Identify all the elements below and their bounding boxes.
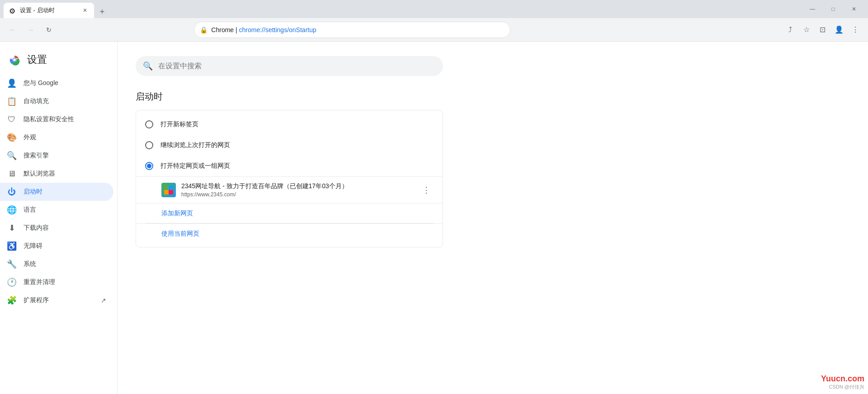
url-scheme: chrome://settings/	[239, 26, 289, 33]
sidebar-item-startup[interactable]: ⏻启动时	[0, 183, 113, 201]
toolbar-actions: ⤴ ☆ ⊡ 👤 ⋮	[783, 23, 863, 37]
google-icon: 👤	[7, 79, 16, 88]
autofill-icon: 📋	[7, 97, 16, 106]
sidebar-item-autofill[interactable]: 📋自动填充	[0, 92, 113, 110]
close-button[interactable]: ✕	[844, 2, 864, 16]
forward-button[interactable]: →	[24, 23, 38, 37]
watermark-sub: CSDN @付佳兴	[821, 384, 864, 390]
search-bar-wrap: 🔍	[136, 56, 850, 76]
tab-favicon: ⚙	[9, 7, 16, 14]
search-icon: 🔍	[143, 61, 153, 71]
lock-icon: 🔒	[200, 26, 208, 33]
use-current-section: 使用当前网页	[136, 223, 443, 243]
option-continue[interactable]: 继续浏览上次打开的网页	[136, 135, 443, 156]
sidebar-item-privacy[interactable]: 🛡隐私设置和安全性	[0, 110, 113, 128]
sidebar-item-search[interactable]: 🔍搜索引擎	[0, 147, 113, 165]
url-bar[interactable]: 🔒 Chrome | chrome://settings/onStartup	[194, 22, 510, 38]
bookmark-button[interactable]: ☆	[799, 23, 814, 37]
svg-rect-5	[164, 185, 169, 190]
option-specific-label: 打开特定网页或一组网页	[160, 162, 230, 170]
tab-title: 设置 - 启动时	[20, 6, 78, 14]
search-icon: 🔍	[7, 151, 16, 160]
search-bar: 🔍	[136, 56, 443, 76]
default-browser-icon: 🖥	[7, 169, 16, 178]
radio-new-tab[interactable]	[145, 120, 153, 128]
option-specific[interactable]: 打开特定网页或一组网页	[136, 156, 443, 176]
sidebar-item-accessibility[interactable]: ♿无障碍	[0, 237, 113, 255]
back-button[interactable]: ←	[5, 23, 20, 37]
option-new-tab-label: 打开新标签页	[160, 120, 198, 128]
profile-button[interactable]: 👤	[832, 23, 846, 37]
chrome-logo	[7, 52, 22, 67]
sidebar-label-extensions: 扩展程序	[24, 296, 94, 304]
sidebar-nav: 👤您与 Google📋自动填充🛡隐私设置和安全性🎨外观🔍搜索引擎🖥默认浏览器⏻启…	[0, 74, 117, 309]
share-button[interactable]: ⤴	[783, 23, 797, 37]
sidebar-label-language: 语言	[24, 206, 106, 214]
option-new-tab[interactable]: 打开新标签页	[136, 114, 443, 135]
active-tab[interactable]: ⚙ 设置 - 启动时 ✕	[4, 3, 94, 18]
sidebar-label-startup: 启动时	[24, 188, 106, 196]
extensions-icon: 🧩	[7, 296, 16, 305]
window-controls: — □ ✕	[802, 2, 864, 16]
add-new-page-link[interactable]: 添加新网页	[161, 209, 193, 217]
sidebar-label-accessibility: 无障碍	[24, 242, 106, 250]
section-title: 启动时	[136, 90, 850, 103]
watermark-main: Yuucn.com	[821, 374, 864, 384]
radio-continue[interactable]	[145, 141, 153, 149]
site-favicon-svg	[163, 185, 174, 195]
use-current-page-link[interactable]: 使用当前网页	[161, 230, 199, 237]
menu-button[interactable]: ⋮	[848, 23, 863, 37]
new-tab-button[interactable]: +	[96, 5, 108, 18]
content-area: 🔍 启动时 打开新标签页 继续浏览上次打开的网页	[118, 42, 868, 394]
title-bar: ⚙ 设置 - 启动时 ✕ + — □ ✕	[0, 0, 868, 18]
accessibility-icon: ♿	[7, 242, 16, 251]
svg-rect-6	[169, 185, 173, 190]
sidebar-label-appearance: 外观	[24, 133, 106, 142]
radio-inner	[147, 164, 151, 168]
sidebar-label-search: 搜索引擎	[24, 152, 106, 160]
url-page: onStartup	[289, 26, 316, 33]
site-menu-button[interactable]: ⋮	[419, 183, 434, 197]
url-brand: Chrome	[211, 26, 234, 33]
sidebar-label-privacy: 隐私设置和安全性	[24, 115, 106, 123]
option-continue-label: 继续浏览上次打开的网页	[160, 141, 230, 149]
minimize-button[interactable]: —	[802, 2, 823, 16]
main-content: 设置 👤您与 Google📋自动填充🛡隐私设置和安全性🎨外观🔍搜索引擎🖥默认浏览…	[0, 42, 868, 394]
split-button[interactable]: ⊡	[816, 23, 830, 37]
sidebar-item-language[interactable]: 🌐语言	[0, 201, 113, 219]
sidebar-item-reset[interactable]: 🕐重置并清理	[0, 273, 113, 291]
svg-rect-8	[169, 190, 173, 195]
external-link-icon: ↗	[101, 297, 106, 304]
sidebar-item-appearance[interactable]: 🎨外观	[0, 128, 113, 147]
sidebar-item-system[interactable]: 🔧系统	[0, 255, 113, 273]
settings-header: 设置	[0, 49, 117, 74]
system-icon: 🔧	[7, 260, 16, 269]
sidebar-label-autofill: 自动填充	[24, 97, 106, 105]
watermark: Yuucn.com CSDN @付佳兴	[821, 374, 864, 390]
appearance-icon: 🎨	[7, 133, 16, 142]
startup-icon: ⏻	[7, 187, 16, 196]
settings-title: 设置	[27, 53, 47, 66]
privacy-icon: 🛡	[7, 115, 16, 124]
sidebar-label-downloads: 下载内容	[24, 224, 106, 232]
radio-specific[interactable]	[145, 162, 153, 170]
reset-icon: 🕐	[7, 278, 16, 287]
sidebar-item-extensions[interactable]: 🧩扩展程序↗	[0, 291, 113, 309]
reload-button[interactable]: ↻	[42, 23, 56, 37]
sidebar: 设置 👤您与 Google📋自动填充🛡隐私设置和安全性🎨外观🔍搜索引擎🖥默认浏览…	[0, 42, 118, 394]
sidebar-label-reset: 重置并清理	[24, 278, 106, 286]
site-url: https://www.2345.com/	[181, 191, 414, 198]
startup-settings-card: 打开新标签页 继续浏览上次打开的网页 打开特定网页或一组网页	[136, 110, 443, 247]
sidebar-item-default-browser[interactable]: 🖥默认浏览器	[0, 165, 113, 183]
svg-rect-7	[164, 190, 169, 195]
site-name: 2345网址导航 - 致力于打造百年品牌（已创建17年03个月）	[181, 182, 414, 190]
sidebar-item-google[interactable]: 👤您与 Google	[0, 74, 113, 92]
search-input[interactable]	[158, 62, 436, 70]
language-icon: 🌐	[7, 205, 16, 214]
downloads-icon: ⬇	[7, 223, 16, 233]
sidebar-label-system: 系统	[24, 260, 106, 268]
sidebar-item-downloads[interactable]: ⬇下载内容	[0, 219, 113, 237]
address-bar: ← → ↻ 🔒 Chrome | chrome://settings/onSta…	[0, 18, 868, 42]
tab-close-button[interactable]: ✕	[81, 7, 89, 14]
maximize-button[interactable]: □	[823, 2, 844, 16]
